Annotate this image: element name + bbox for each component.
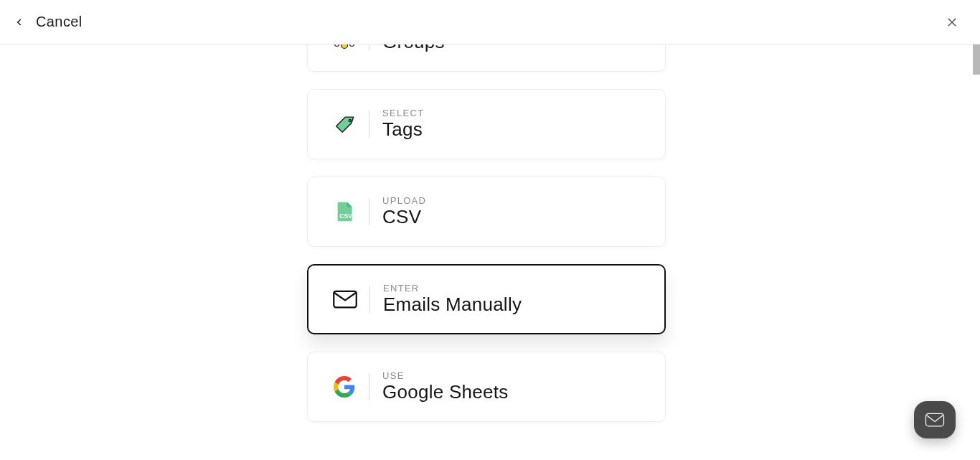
svg-point-11 bbox=[350, 44, 354, 47]
divider bbox=[369, 111, 369, 138]
divider bbox=[369, 44, 369, 50]
google-logo-icon bbox=[331, 374, 357, 400]
tag-icon bbox=[331, 111, 357, 137]
groups-network-icon bbox=[331, 44, 357, 50]
svg-point-10 bbox=[335, 44, 339, 47]
option-eyebrow: UPLOAD bbox=[382, 195, 426, 206]
option-card-groups[interactable]: SELECT Groups bbox=[307, 44, 666, 72]
csv-file-icon: CSV bbox=[331, 199, 357, 225]
svg-point-12 bbox=[341, 44, 348, 49]
top-bar: Cancel bbox=[0, 0, 980, 44]
svg-text:CSV: CSV bbox=[339, 212, 352, 220]
svg-rect-15 bbox=[334, 291, 357, 308]
divider bbox=[369, 373, 369, 400]
scrollbar-thumb[interactable] bbox=[973, 44, 980, 75]
option-card-tags[interactable]: SELECT Tags bbox=[307, 89, 666, 159]
svg-rect-16 bbox=[926, 413, 944, 426]
option-eyebrow: ENTER bbox=[383, 283, 522, 294]
option-eyebrow: USE bbox=[382, 370, 508, 381]
option-title: Groups bbox=[382, 44, 445, 53]
envelope-icon bbox=[924, 409, 946, 431]
option-title: Google Sheets bbox=[382, 381, 508, 403]
option-title: Tags bbox=[382, 118, 424, 141]
option-title: Emails Manually bbox=[383, 294, 522, 316]
option-card-google-sheets[interactable]: USE Google Sheets bbox=[307, 352, 666, 422]
options-scroll[interactable]: SELECT Groups SELECT Tags bbox=[0, 44, 973, 460]
option-card-csv[interactable]: CSV UPLOAD CSV bbox=[307, 177, 666, 247]
support-chat-button[interactable] bbox=[914, 401, 956, 438]
close-icon bbox=[946, 16, 958, 29]
envelope-icon bbox=[332, 286, 358, 312]
divider bbox=[369, 286, 370, 313]
option-title: CSV bbox=[382, 206, 426, 228]
option-eyebrow: SELECT bbox=[382, 108, 424, 118]
cancel-button[interactable]: Cancel bbox=[13, 14, 83, 30]
options-list: SELECT Groups SELECT Tags bbox=[307, 44, 666, 422]
cancel-label: Cancel bbox=[36, 14, 83, 30]
divider bbox=[369, 198, 369, 225]
option-card-emails-manually[interactable]: ENTER Emails Manually bbox=[307, 264, 666, 334]
close-button[interactable] bbox=[944, 14, 960, 30]
chevron-left-icon bbox=[13, 16, 26, 29]
